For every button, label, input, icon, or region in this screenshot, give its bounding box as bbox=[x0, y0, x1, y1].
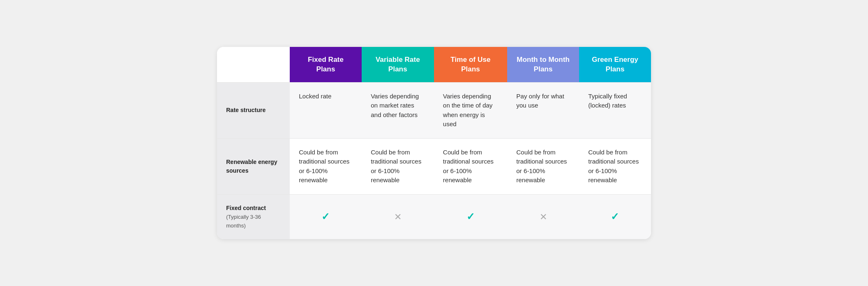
cell-green-contract-fixed: ✓ bbox=[579, 194, 651, 239]
check-icon: ✓ bbox=[321, 211, 330, 222]
cell-m2m-contract-fixed: ✕ bbox=[507, 194, 579, 239]
cell-tou-renewable: Could be from traditional sources or 6-1… bbox=[434, 138, 507, 194]
cell-tou-contract-fixed: ✓ bbox=[434, 194, 507, 239]
cell-fixed-contract-fixed: ✓ bbox=[290, 194, 362, 239]
header-label-col bbox=[217, 47, 290, 82]
row-fixed-contract: Fixed contract(Typically 3-36 months) ✓ … bbox=[217, 194, 651, 239]
cross-icon: ✕ bbox=[394, 212, 402, 222]
cell-green-renewable: Could be from traditional sources or 6-1… bbox=[579, 138, 651, 194]
header-m2m: Month to Month Plans bbox=[507, 47, 579, 82]
header-fixed: Fixed Rate Plans bbox=[290, 47, 362, 82]
cell-fixed-renewable: Could be from traditional sources or 6-1… bbox=[290, 138, 362, 194]
cell-variable-contract-fixed: ✕ bbox=[362, 194, 434, 239]
row-label-rate-structure: Rate structure bbox=[217, 82, 290, 138]
cell-variable-rate-structure: Varies depending on market rates and oth… bbox=[362, 82, 434, 138]
header-green: Green Energy Plans bbox=[579, 47, 651, 82]
cell-m2m-renewable: Could be from traditional sources or 6-1… bbox=[507, 138, 579, 194]
cell-tou-rate-structure: Varies depending on the time of day when… bbox=[434, 82, 507, 138]
cell-variable-renewable: Could be from traditional sources or 6-1… bbox=[362, 138, 434, 194]
cross-icon: ✕ bbox=[540, 212, 547, 222]
row-label-renewable: Renewable energy sources bbox=[217, 138, 290, 194]
header-tou: Time of Use Plans bbox=[434, 47, 507, 82]
cell-m2m-rate-structure: Pay only for what you use bbox=[507, 82, 579, 138]
row-rate-structure: Rate structure Locked rate Varies depend… bbox=[217, 82, 651, 138]
cell-fixed-rate-structure: Locked rate bbox=[290, 82, 362, 138]
cell-green-rate-structure: Typically fixed (locked) rates bbox=[579, 82, 651, 138]
check-icon: ✓ bbox=[611, 211, 619, 222]
row-label-fixed-contract: Fixed contract(Typically 3-36 months) bbox=[217, 194, 290, 239]
row-renewable: Renewable energy sources Could be from t… bbox=[217, 138, 651, 194]
header-variable: Variable Rate Plans bbox=[362, 47, 434, 82]
comparison-table: Fixed Rate Plans Variable Rate Plans Tim… bbox=[217, 47, 651, 239]
check-icon: ✓ bbox=[466, 211, 475, 222]
